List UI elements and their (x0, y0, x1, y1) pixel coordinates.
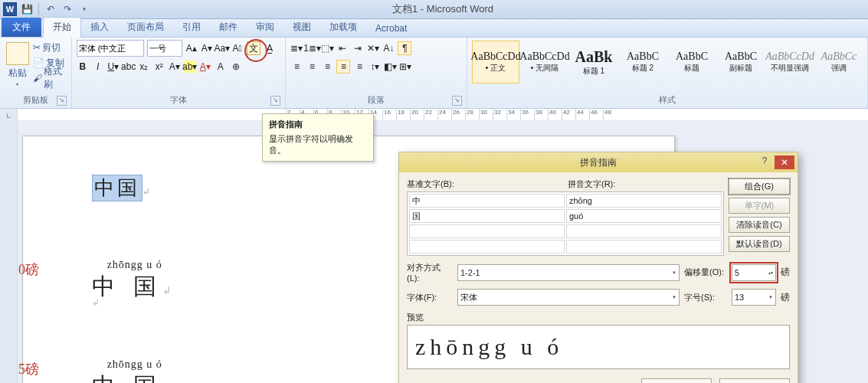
tab-view[interactable]: 视图 (283, 18, 320, 37)
shading-icon[interactable]: ◧▾ (384, 61, 396, 73)
change-case-icon[interactable]: Aa▾ (216, 42, 228, 54)
align-right-icon[interactable]: ≡ (321, 61, 333, 73)
app-icon[interactable]: W (3, 2, 17, 16)
indent-dec-icon[interactable]: ⇤ (336, 42, 349, 54)
dialog-close-icon[interactable]: ✕ (775, 155, 794, 169)
table-row[interactable]: 中zhōng (409, 194, 722, 208)
show-marks-icon[interactable]: ¶ (398, 41, 411, 55)
title-bar: W 💾 ↶ ↷ ▼ 文档1 - Microsoft Word (0, 0, 868, 19)
paste-icon (6, 42, 29, 65)
format-painter-button[interactable]: 🖌 格式刷 (31, 71, 67, 85)
numbering-icon[interactable]: 1≣▾ (306, 42, 318, 54)
highlight-icon[interactable]: ab▾ (184, 61, 196, 73)
qat-customize-icon[interactable]: ▼ (77, 2, 91, 16)
font-select[interactable]: 宋体▼ (457, 289, 680, 306)
tab-pagelayout[interactable]: 页面布局 (118, 18, 173, 37)
subscript-icon[interactable]: x₂ (138, 61, 150, 73)
asian-layout-icon[interactable]: ✕▾ (367, 42, 379, 54)
offset-spinner[interactable]: 5▴▾ (732, 264, 776, 281)
sort-icon[interactable]: A↓ (382, 42, 395, 54)
style-item[interactable]: AaBbCcDd• 无间隔 (521, 41, 568, 83)
style-item[interactable]: AaBbCcDd不明显强调 (766, 41, 814, 83)
default-reading-button[interactable]: 默认读音(D) (729, 236, 790, 252)
indent-inc-icon[interactable]: ⇥ (352, 42, 364, 54)
italic-icon[interactable]: I (92, 61, 104, 73)
borders-icon[interactable]: ⊞▾ (399, 61, 411, 73)
table-row[interactable] (409, 224, 722, 238)
undo-icon[interactable]: ↶ (44, 2, 57, 16)
redo-icon[interactable]: ↷ (61, 2, 74, 16)
justify-icon[interactable]: ≡ (336, 60, 350, 74)
line-spacing-icon[interactable]: ↕▾ (368, 61, 381, 73)
phonetic-guide-tooltip: 拼音指南 显示拼音字符以明确发音。 (262, 113, 374, 162)
char-shading-icon[interactable]: A (215, 61, 227, 73)
style-item[interactable]: AaBbCcDd• 正文 (472, 41, 519, 83)
align-left-icon[interactable]: ≡ (290, 61, 303, 73)
offset-label-0: 0磅 (18, 260, 39, 279)
bold-icon[interactable]: B (77, 61, 89, 73)
align-center-icon[interactable]: ≡ (306, 61, 318, 73)
cancel-button[interactable]: 取消 (719, 378, 790, 383)
ribbon: 粘贴 ▾ ✂ 剪切 📄 复制 🖌 格式刷 剪贴板↘ A▴ A▾ Aa▾ A⃠ 文… (0, 38, 868, 109)
tab-insert[interactable]: 插入 (81, 18, 118, 37)
shrink-font-icon[interactable]: A▾ (201, 42, 213, 54)
tab-references[interactable]: 引用 (173, 18, 210, 37)
tab-addins[interactable]: 加载项 (320, 18, 366, 37)
style-item[interactable]: AaBbC标题 2 (619, 41, 667, 83)
underline-icon[interactable]: U▾ (107, 61, 120, 73)
grow-font-icon[interactable]: A▴ (185, 42, 198, 54)
dialog-help-icon[interactable]: ? (758, 155, 771, 169)
text-effects-icon[interactable]: A▾ (169, 61, 181, 73)
font-size-select[interactable] (147, 40, 182, 57)
paragraph-mark: ↲ (92, 297, 100, 308)
clear-format-icon[interactable]: A⃠ (231, 42, 244, 54)
table-row[interactable] (409, 240, 722, 254)
font-launcher-icon[interactable]: ↘ (270, 96, 280, 106)
tab-file[interactable]: 文件 (2, 18, 41, 37)
clipboard-launcher-icon[interactable]: ↘ (57, 96, 67, 106)
window-title: 文档1 - Microsoft Word (94, 2, 791, 16)
save-icon[interactable]: 💾 (20, 2, 34, 16)
superscript-icon[interactable]: x² (153, 61, 165, 73)
table-row[interactable]: 国guó (409, 209, 722, 223)
tab-acrobat[interactable]: Acrobat (366, 20, 416, 37)
vertical-ruler[interactable] (0, 120, 18, 383)
style-item[interactable]: AaBbC标题 (668, 41, 716, 83)
bullets-icon[interactable]: ≣▾ (290, 42, 303, 54)
ruby-pinyin: zhōngg u ó (92, 358, 178, 371)
phonetic-guide-dialog: 拼音指南 ? ✕ 基准文字(B): 拼音文字(R): 中zhōng国guó 组合… (398, 152, 798, 383)
multilevel-icon[interactable]: ⬚▾ (321, 42, 333, 54)
paste-button[interactable]: 粘贴 ▾ (5, 39, 31, 90)
distribute-icon[interactable]: ≡ (353, 61, 365, 73)
tooltip-title: 拼音指南 (269, 119, 367, 130)
preview-box: zhōngg u ó (407, 325, 790, 369)
phonetic-guide-button[interactable]: 文 (247, 41, 260, 55)
preview-label: 预览 (407, 312, 790, 323)
selected-text[interactable]: 中国 (92, 175, 142, 201)
enclose-char-icon[interactable]: ⊕ (230, 61, 242, 73)
tab-home[interactable]: 开始 (43, 17, 81, 38)
tab-mailings[interactable]: 邮件 (210, 18, 247, 37)
paragraph-launcher-icon[interactable]: ↘ (452, 96, 462, 106)
size-spinner[interactable]: 13▼ (732, 289, 776, 306)
style-item[interactable]: AaBbCc强调 (815, 41, 863, 83)
font-label: 字体(F): (407, 292, 453, 303)
tab-review[interactable]: 审阅 (247, 18, 283, 37)
style-gallery[interactable]: AaBbCcDd• 正文AaBbCcDd• 无间隔AaBk标题 1AaBbC标题… (472, 39, 863, 83)
cut-button[interactable]: ✂ 剪切 (31, 41, 67, 54)
strike-icon[interactable]: abc (123, 61, 135, 73)
style-item[interactable]: AaBk标题 1 (570, 41, 617, 83)
ruby-table[interactable]: 中zhōng国guó (407, 192, 724, 256)
font-color-icon[interactable]: A▾ (199, 61, 211, 73)
alignment-select[interactable]: 1-2-1▼ (457, 264, 680, 281)
dialog-titlebar[interactable]: 拼音指南 ? ✕ (399, 152, 798, 172)
group-font-label: 字体↘ (77, 93, 281, 108)
font-name-select[interactable] (77, 40, 144, 57)
style-item[interactable]: AaBbC副标题 (717, 41, 765, 83)
offset-unit: 磅 (781, 266, 790, 279)
mono-button: 单字(M) (729, 198, 790, 214)
base-text-label: 基准文字(B): (407, 178, 563, 190)
clear-reading-button[interactable]: 清除读音(C) (729, 217, 790, 233)
ok-button[interactable]: 确定 (641, 378, 712, 383)
combine-button[interactable]: 组合(G) (729, 178, 790, 195)
